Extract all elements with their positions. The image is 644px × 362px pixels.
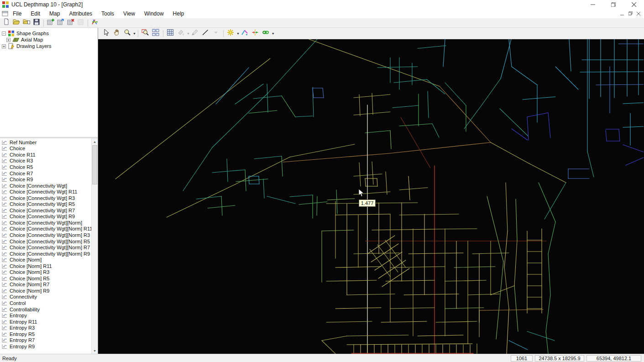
- close-button[interactable]: [623, 0, 644, 9]
- menu-view[interactable]: View: [119, 10, 140, 18]
- zoom-selection-tool-button[interactable]: [140, 29, 151, 38]
- axial-map-tool-dropdown[interactable]: ▼: [236, 32, 240, 35]
- update-column-button[interactable]: [56, 19, 66, 27]
- axial-map-drawing[interactable]: [98, 39, 644, 354]
- expand-toggle[interactable]: +: [6, 38, 10, 42]
- open-project-button[interactable]: [21, 19, 31, 27]
- menu-tools[interactable]: Tools: [97, 10, 119, 18]
- axial-map-tool-button[interactable]: [225, 29, 236, 38]
- mdi-minimize-button[interactable]: [618, 10, 626, 17]
- attribute-icon: [1, 263, 8, 269]
- attribute-item-entropy-r9[interactable]: Entropy R9: [0, 343, 91, 350]
- select-tool-button[interactable]: [101, 29, 111, 38]
- attribute-label: Entropy: [10, 313, 27, 318]
- menu-window[interactable]: Window: [140, 10, 168, 18]
- menu-map[interactable]: Map: [45, 10, 64, 18]
- attribute-item-choice-norm-r9[interactable]: Choice [Norm] R9: [0, 288, 91, 294]
- attribute-item-entropy-r7[interactable]: Entropy R7: [0, 337, 91, 344]
- attribute-item-choice-connectivity-wgt-norm-r5[interactable]: Choice [Connectivity Wgt][Norm] R5: [0, 238, 91, 245]
- attribute-item-choice-r11[interactable]: Choice R11: [0, 152, 91, 158]
- attribute-item-choice-norm-r7[interactable]: Choice [Norm] R7: [0, 282, 91, 288]
- attribute-item-entropy-r5[interactable]: Entropy R5: [0, 331, 91, 337]
- attribute-item-entropy[interactable]: Entropy: [0, 312, 91, 319]
- tree-item-axial-map[interactable]: +Axial Map: [2, 37, 98, 43]
- restore-button[interactable]: [603, 0, 623, 9]
- minimize-button[interactable]: [582, 0, 603, 9]
- attribute-item-choice-r5[interactable]: Choice R5: [0, 164, 91, 170]
- join-tool-button[interactable]: [250, 29, 261, 38]
- link-tool-button[interactable]: [261, 29, 271, 38]
- menu-items: FileEditMapAttributesToolsViewWindowHelp: [8, 10, 188, 18]
- attribute-item-choice-connectivity-wgt-r9[interactable]: Choice [Connectivity Wgt] R9: [0, 214, 91, 220]
- attribute-item-choice-connectivity-wgt[interactable]: Choice [Connectivity Wgt]: [0, 183, 91, 189]
- attribute-item-connectivity[interactable]: Connectivity: [0, 294, 91, 300]
- fill-tool-dropdown[interactable]: ▼: [187, 32, 190, 35]
- scroll-down-button[interactable]: ▼: [92, 347, 98, 354]
- attribute-item-choice-connectivity-wgt-norm-r9[interactable]: Choice [Connectivity Wgt][Norm] R9: [0, 251, 91, 257]
- add-column-button[interactable]: [46, 19, 56, 27]
- attribute-item-choice-connectivity-wgt-norm-r7[interactable]: Choice [Connectivity Wgt][Norm] R7: [0, 244, 91, 251]
- map-canvas[interactable]: 1.477: [98, 39, 644, 354]
- attribute-item-entropy-r11[interactable]: Entropy R11: [0, 319, 91, 325]
- attribute-item-choice-connectivity-wgt-r3[interactable]: Choice [Connectivity Wgt] R3: [0, 195, 91, 201]
- attribute-label: Choice R7: [10, 171, 33, 176]
- attribute-item-choice-norm[interactable]: Choice [Norm]: [0, 257, 91, 263]
- tree-item-drawing-layers[interactable]: +Drawing Layers: [2, 43, 98, 49]
- attribute-icon: [1, 294, 8, 299]
- menu-file[interactable]: File: [8, 10, 26, 18]
- remove-column-button[interactable]: [66, 19, 76, 27]
- zoom-tool-dropdown[interactable]: ▼: [133, 32, 136, 35]
- attribute-label: Entropy R3: [10, 325, 35, 331]
- axial-select-button[interactable]: [90, 19, 100, 27]
- value-tooltip: 1.477: [359, 199, 376, 207]
- mdi-close-button[interactable]: [634, 10, 643, 17]
- expand-toggle[interactable]: -: [2, 31, 6, 36]
- line-tool-button[interactable]: [200, 29, 211, 38]
- attribute-item-choice-r3[interactable]: Choice R3: [0, 158, 91, 164]
- attribute-scrollbar[interactable]: ▲ ▼: [91, 138, 98, 354]
- attribute-item-ref-number[interactable]: Ref Number: [0, 139, 91, 146]
- window-layout-button[interactable]: [151, 29, 161, 38]
- zoom-tool-button[interactable]: [122, 29, 132, 38]
- drawing-layers-icon: [8, 43, 15, 49]
- new-file-button[interactable]: [1, 19, 11, 27]
- attribute-item-choice-r9[interactable]: Choice R9: [0, 176, 91, 183]
- attribute-item-choice-norm-r11[interactable]: Choice [Norm] R11: [0, 263, 91, 269]
- expand-toggle[interactable]: +: [2, 44, 6, 48]
- attribute-item-choice-norm-r5[interactable]: Choice [Norm] R5: [0, 275, 91, 282]
- step-depth-tool-button[interactable]: [240, 29, 250, 38]
- attribute-item-choice-norm-r3[interactable]: Choice [Norm] R3: [0, 269, 91, 275]
- attribute-item-choice-connectivity-wgt-norm-r11[interactable]: Choice [Connectivity Wgt][Norm] R11: [0, 226, 91, 232]
- attribute-item-control[interactable]: Control: [0, 300, 91, 306]
- attribute-item-entropy-r3[interactable]: Entropy R3: [0, 325, 91, 331]
- attribute-item-choice-connectivity-wgt-r5[interactable]: Choice [Connectivity Wgt] R5: [0, 201, 91, 207]
- mdi-restore-button[interactable]: [626, 10, 634, 17]
- attribute-item-choice-connectivity-wgt-r11[interactable]: Choice [Connectivity Wgt] R11: [0, 189, 91, 195]
- scroll-up-button[interactable]: ▲: [92, 138, 98, 145]
- graph-view: ▼▼▼▼ 1.477: [98, 28, 644, 354]
- attribute-item-choice-r7[interactable]: Choice R7: [0, 170, 91, 177]
- pan-tool-button[interactable]: [111, 29, 122, 38]
- attribute-item-choice-connectivity-wgt-r7[interactable]: Choice [Connectivity Wgt] R7: [0, 207, 91, 214]
- menu-attributes[interactable]: Attributes: [64, 10, 97, 18]
- attribute-label: Choice R3: [10, 158, 33, 163]
- view-toolbar: ▼▼▼▼: [98, 28, 644, 39]
- link-tool-dropdown[interactable]: ▼: [272, 32, 275, 35]
- main-toolbar: [0, 18, 644, 28]
- attribute-icon: [1, 140, 8, 145]
- open-file-button[interactable]: [11, 19, 21, 27]
- tree-item-shape-graphs[interactable]: -Shape Graphs: [2, 30, 98, 37]
- menu-edit[interactable]: Edit: [26, 10, 45, 18]
- attribute-item-choice[interactable]: Choice: [0, 146, 91, 152]
- attribute-label: Choice [Connectivity Wgt]: [10, 183, 67, 189]
- attribute-item-choice-connectivity-wgt-norm-r3[interactable]: Choice [Connectivity Wgt][Norm] R3: [0, 232, 91, 238]
- save-file-button[interactable]: [31, 19, 42, 27]
- attribute-label: Choice [Connectivity Wgt] R11: [10, 189, 77, 194]
- attribute-item-choice-connectivity-wgt-norm[interactable]: Choice [Connectivity Wgt][Norm]: [0, 220, 91, 226]
- grid-toggle-button[interactable]: [165, 29, 176, 38]
- menu-help[interactable]: Help: [168, 10, 189, 18]
- attribute-icon: [1, 158, 8, 163]
- attribute-item-controllability[interactable]: Controllability: [0, 306, 91, 313]
- attribute-icon: [1, 220, 8, 226]
- scroll-thumb[interactable]: [92, 145, 97, 184]
